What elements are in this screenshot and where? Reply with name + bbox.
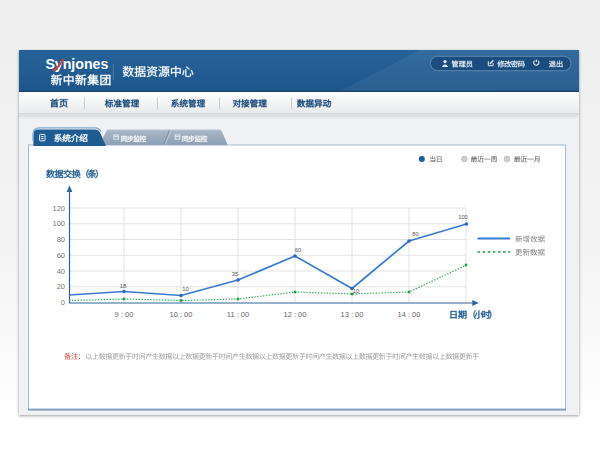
svg-text:12 : 00: 12 : 00 <box>284 310 307 319</box>
svg-text:100: 100 <box>52 219 65 228</box>
svg-text:120: 120 <box>52 204 65 213</box>
svg-text:0: 0 <box>61 298 65 307</box>
svg-text:40: 40 <box>57 267 65 276</box>
svg-text:10: 10 <box>182 286 188 292</box>
svg-text:80: 80 <box>57 235 65 244</box>
svg-text:80: 80 <box>412 231 418 237</box>
svg-text:20: 20 <box>57 282 65 291</box>
svg-text:10: 10 <box>353 288 359 294</box>
svg-text:18: 18 <box>120 283 126 289</box>
svg-text:14 : 00: 14 : 00 <box>398 310 421 319</box>
svg-text:13 : 00: 13 : 00 <box>341 310 364 319</box>
svg-text:11 : 00: 11 : 00 <box>227 310 249 319</box>
svg-text:10 : 00: 10 : 00 <box>170 310 193 319</box>
svg-text:60: 60 <box>57 251 65 260</box>
svg-text:35: 35 <box>232 271 238 277</box>
svg-text:60: 60 <box>295 247 301 253</box>
svg-text:100: 100 <box>458 214 468 220</box>
svg-text:9 : 00: 9 : 00 <box>115 310 134 319</box>
